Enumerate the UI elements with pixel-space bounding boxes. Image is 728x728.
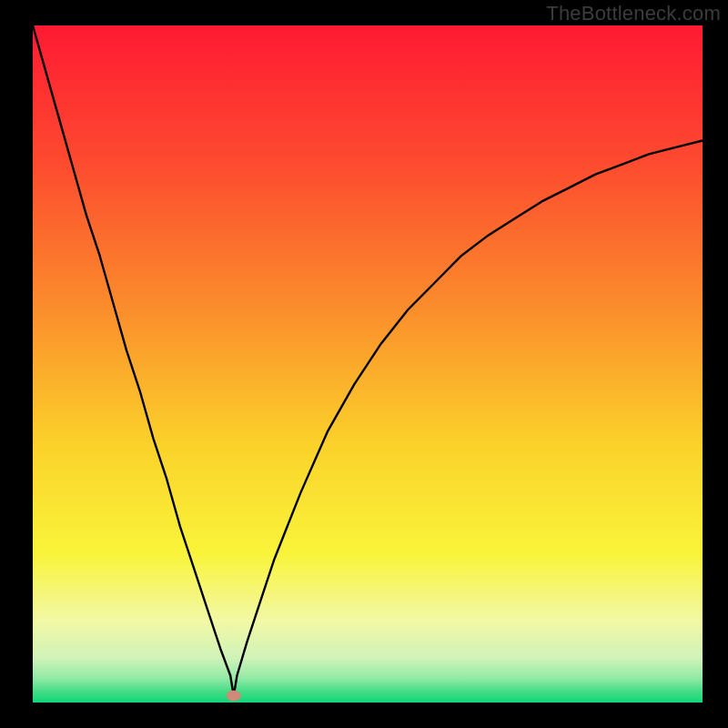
attribution-label: TheBottleneck.com — [546, 2, 721, 25]
chart-container: TheBottleneck.com — [0, 0, 728, 728]
bottleneck-chart — [0, 0, 728, 728]
minimum-marker — [227, 691, 241, 702]
